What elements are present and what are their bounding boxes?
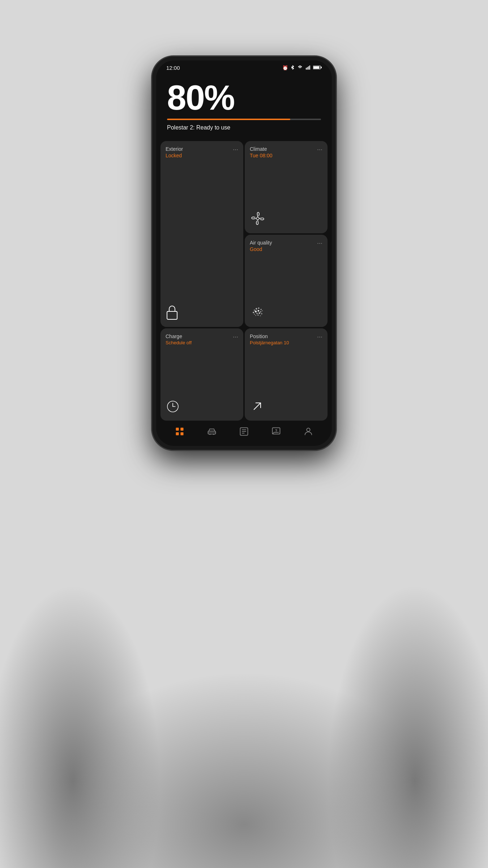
svg-rect-29 [176,428,179,431]
charge-value: Schedule off [166,340,192,346]
exterior-title-group: Exterior Locked [166,146,183,158]
position-title-group: Position Polstjärnegatan 10 [250,333,289,346]
charge-menu-button[interactable]: ··· [233,333,238,340]
battery-percentage: 80% [167,80,321,115]
air-quality-title-group: Air quality Good [250,240,272,252]
svg-point-23 [257,314,259,316]
phone-device: 12:00 ⏰ [152,56,336,450]
climate-menu-button[interactable]: ··· [317,146,322,153]
fan-icon [250,207,322,230]
svg-point-22 [255,315,256,316]
signal-icon [305,65,311,71]
svg-rect-7 [167,311,177,319]
charge-title-group: Charge Schedule off [166,333,192,346]
phone-screen: 12:00 ⏰ [156,60,332,446]
exterior-value: Locked [166,153,183,158]
climate-card-header: Climate Tue 08:00 ··· [250,146,322,158]
svg-point-34 [209,434,211,435]
svg-point-10 [256,308,257,310]
air-quality-label: Air quality [250,240,272,246]
alarm-icon: ⏰ [282,65,288,71]
svg-rect-2 [308,66,309,69]
clock-icon [166,396,238,417]
exterior-card[interactable]: Exterior Locked ··· [160,141,243,327]
lock-icon [166,301,238,323]
svg-rect-30 [180,428,183,431]
svg-rect-31 [176,432,179,435]
svg-point-19 [256,313,258,314]
battery-status-icon [313,65,322,71]
svg-point-11 [258,307,260,309]
wifi-icon [297,65,303,71]
climate-label: Climate [250,146,273,152]
air-quality-menu-button[interactable]: ··· [317,240,322,246]
position-value: Polstjärnegatan 10 [250,340,289,346]
bottom-nav: ? [156,421,332,446]
svg-point-43 [307,428,310,431]
climate-card[interactable]: Climate Tue 08:00 ··· [245,141,328,233]
svg-point-13 [253,312,254,313]
svg-point-12 [260,309,262,310]
exterior-menu-button[interactable]: ··· [233,146,238,153]
charge-card[interactable]: Charge Schedule off ··· [160,328,243,421]
bluetooth-icon [290,65,295,71]
svg-point-20 [258,312,260,314]
status-icons: ⏰ [282,65,322,71]
svg-rect-1 [307,67,308,69]
arrow-icon [250,396,322,417]
nav-help[interactable]: ? [267,424,285,439]
nav-list[interactable] [235,424,253,439]
exterior-card-header: Exterior Locked ··· [166,146,238,158]
camera-dot [240,65,248,72]
hero-section: 80% Polestar 2: Ready to use [156,73,332,137]
charge-bar-container [167,119,321,120]
svg-text:?: ? [275,429,277,433]
air-quality-icon [250,301,322,323]
svg-point-35 [213,434,214,435]
svg-line-28 [254,403,261,409]
nav-car[interactable] [203,424,221,439]
air-quality-value: Good [250,246,272,252]
svg-rect-6 [321,67,322,68]
svg-point-16 [260,311,261,312]
svg-point-17 [262,310,263,311]
status-time: 12:00 [166,65,180,71]
svg-point-15 [258,310,260,312]
page-wrapper: 12:00 ⏰ [0,0,488,868]
svg-point-21 [261,313,262,315]
climate-value: Tue 08:00 [250,153,273,158]
position-menu-button[interactable]: ··· [317,333,322,340]
svg-point-14 [255,310,257,312]
svg-rect-0 [306,68,307,69]
svg-rect-5 [313,66,320,69]
svg-rect-33 [208,431,215,434]
position-card[interactable]: Position Polstjärnegatan 10 ··· [245,328,328,421]
svg-point-9 [254,310,255,311]
position-label: Position [250,333,289,339]
charge-bar-fill [167,119,290,120]
svg-point-18 [254,314,255,315]
air-quality-card-header: Air quality Good ··· [250,240,322,252]
svg-point-8 [256,217,259,220]
charge-label: Charge [166,333,192,339]
air-quality-card[interactable]: Air quality Good ··· [245,235,328,327]
svg-point-24 [260,315,261,316]
position-card-header: Position Polstjärnegatan 10 ··· [250,333,322,346]
climate-title-group: Climate Tue 08:00 [250,146,273,158]
charge-card-header: Charge Schedule off ··· [166,333,238,346]
svg-rect-32 [180,432,183,435]
exterior-label: Exterior [166,146,183,152]
car-status-text: Polestar 2: Ready to use [167,124,321,131]
nav-dashboard[interactable] [171,424,188,439]
cards-grid: Exterior Locked ··· [156,137,332,421]
nav-profile[interactable] [300,424,317,439]
svg-rect-3 [309,65,310,69]
